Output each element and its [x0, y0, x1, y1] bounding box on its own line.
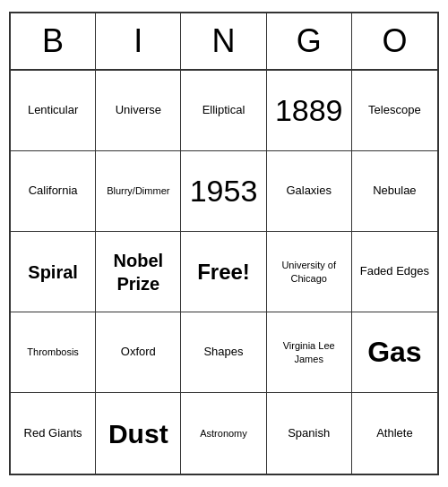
bingo-cell: Spanish [267, 393, 352, 474]
cell-text: Telescope [368, 103, 421, 118]
bingo-cell: Lenticular [11, 71, 96, 151]
bingo-cell: Virginia Lee James [267, 312, 352, 393]
cell-text: Athlete [376, 426, 412, 441]
cell-text: California [29, 184, 78, 199]
bingo-cell: Oxford [96, 312, 181, 393]
bingo-grid: LenticularUniverseElliptical1889Telescop… [11, 71, 437, 474]
cell-text: Nebulae [373, 184, 416, 199]
bingo-cell: Telescope [352, 71, 437, 151]
header-letter: N [181, 13, 266, 69]
bingo-cell: Elliptical [181, 71, 266, 151]
bingo-cell: Athlete [352, 393, 437, 474]
cell-text: Thrombosis [27, 346, 78, 358]
cell-text: Gas [367, 334, 421, 372]
bingo-cell: Shapes [181, 312, 266, 393]
cell-text: Spanish [288, 426, 330, 441]
bingo-cell: Spiral [11, 232, 96, 312]
bingo-cell: Nebulae [352, 151, 437, 232]
cell-text: Galaxies [286, 184, 332, 199]
cell-text: Nobel Prize [99, 249, 177, 295]
bingo-cell: 1953 [181, 151, 266, 232]
cell-text: Spiral [28, 261, 78, 284]
bingo-cell: Universe [96, 71, 181, 151]
bingo-cell: Galaxies [267, 151, 352, 232]
bingo-header: BINGO [11, 13, 437, 71]
cell-text: Faded Edges [360, 264, 429, 279]
cell-text: Dust [108, 416, 168, 451]
bingo-card: BINGO LenticularUniverseElliptical1889Te… [9, 12, 439, 475]
bingo-cell: California [11, 151, 96, 232]
bingo-cell: Thrombosis [11, 312, 96, 393]
cell-text: 1889 [275, 90, 343, 130]
bingo-cell: University of Chicago [267, 232, 352, 312]
cell-text: 1953 [190, 171, 258, 210]
cell-text: Elliptical [202, 103, 246, 118]
bingo-cell: Nobel Prize [96, 232, 181, 312]
header-letter: G [267, 13, 352, 69]
bingo-cell: Faded Edges [352, 232, 437, 312]
cell-text: Blurry/Dimmer [107, 184, 169, 197]
bingo-cell: Free! [181, 232, 266, 312]
bingo-cell: Astronomy [181, 393, 266, 474]
cell-text: Red Giants [24, 426, 82, 441]
cell-text: Universe [116, 103, 161, 118]
bingo-cell: 1889 [267, 71, 352, 151]
bingo-cell: Dust [96, 393, 181, 474]
header-letter: O [352, 13, 437, 69]
bingo-cell: Gas [352, 312, 437, 393]
bingo-cell: Red Giants [11, 393, 96, 474]
cell-text: Oxford [121, 345, 156, 360]
header-letter: B [11, 13, 96, 69]
header-letter: I [96, 13, 181, 69]
cell-text: Virginia Lee James [271, 339, 348, 365]
cell-text: Lenticular [28, 103, 78, 118]
cell-text: University of Chicago [271, 259, 348, 285]
bingo-cell: Blurry/Dimmer [96, 151, 181, 232]
cell-text: Astronomy [200, 427, 247, 440]
cell-text: Shapes [203, 345, 243, 360]
cell-text: Free! [197, 258, 250, 286]
